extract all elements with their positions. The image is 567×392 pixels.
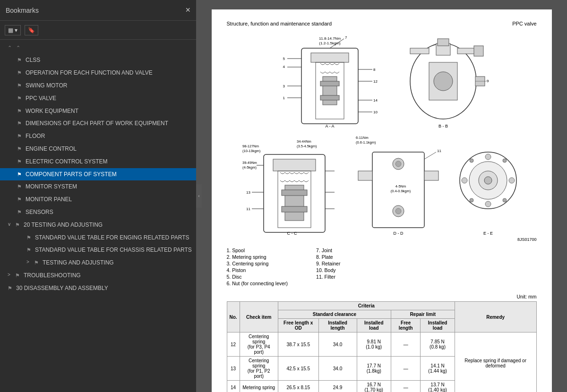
grid-icon: ▦: [8, 27, 13, 34]
svg-point-66: [395, 161, 401, 167]
bookmark-flag-icon: ⚑: [17, 120, 23, 127]
svg-text:(3.5-4.5kgm): (3.5-4.5kgm): [297, 144, 317, 148]
diagram-dd: 6-11Nm (0.6-1.1kgm): [353, 133, 443, 238]
bookmark-item-floor[interactable]: ⚑ FLOOR: [0, 130, 196, 143]
bottom-diagrams-row: 98-127Nm (10-13kgm) 34-44Nm (3.5-4.5kgm): [240, 133, 524, 238]
bookmark-item-sensors[interactable]: ⚑ SENSORS: [0, 206, 196, 219]
bookmark-label-electric-control: ELECTRIC CONTROL SYSTEM: [26, 158, 192, 166]
sidebar: Bookmarks × ▦ ▾ 🔖 ⌃ ⌃ ⚑ CLSS ⚑: [0, 0, 196, 392]
bookmark-label-ppc-valve: PPC VALVE: [26, 94, 192, 102]
svg-text:10: 10: [373, 110, 378, 114]
bookmark-item-ppc-valve[interactable]: ⚑ PPC VALVE: [0, 92, 196, 105]
svg-rect-48: [282, 206, 307, 212]
bookmark-label-20-testing: 20 TESTING AND ADJUSTING: [24, 221, 192, 229]
cell-no-13: 13: [227, 357, 240, 381]
header-left: Structure, function and maintenance stan…: [227, 21, 332, 26]
diagram-cc: 98-127Nm (10-13kgm) 34-44Nm (3.5-4.5kgm): [240, 133, 344, 238]
bookmark-flag-icon: ⚑: [17, 145, 23, 153]
bookmark-flag-icon: ⚑: [17, 95, 23, 102]
bookmark-item-operation-valve[interactable]: ⚑ OPERATION FOR EACH FUNCTION AND VALVE: [0, 67, 196, 79]
expand-arrow-right-icon2: >: [8, 272, 13, 278]
sidebar-title: Bookmarks: [6, 7, 39, 14]
bookmark-item-clss[interactable]: ⚑ CLSS: [0, 54, 196, 67]
diagram-bb: 9 B - B: [396, 34, 490, 129]
bookmark-item-work-equipment[interactable]: ⚑ WORK EQUIPMENT: [0, 105, 196, 118]
bookmark-flag-icon: ⚑: [34, 259, 40, 266]
svg-point-77: [484, 177, 492, 184]
view-options-button[interactable]: ▦ ▾: [5, 25, 21, 35]
legend-item-3: 3. Centering spring: [227, 261, 288, 266]
bookmark-item-dimensions[interactable]: ⚑ DIMENSIONS OF EACH PART OF WORK EQUIPM…: [0, 117, 196, 130]
svg-text:4-5Nm: 4-5Nm: [395, 184, 406, 188]
bookmark-flag-icon: ⚑: [17, 196, 23, 203]
cell-rep-ins-14: 13.7 N(1.40 kg): [421, 381, 455, 392]
sidebar-close-button[interactable]: ×: [185, 5, 190, 15]
data-table: No. Check item Criteria Remedy Standard …: [227, 301, 537, 392]
col-repair-free: Free length: [391, 319, 420, 332]
cell-free-12: 38.7 x 15.5: [278, 332, 318, 357]
bookmark-item-monitor-panel[interactable]: ⚑ MONITOR PANEL: [0, 193, 196, 206]
bookmark-flag-icon: ⚑: [17, 82, 23, 89]
chevron-left-icon: ‹: [198, 194, 200, 198]
bookmark-label-dimensions: DIMENSIONS OF EACH PART OF WORK EQUIPMEN…: [26, 119, 192, 128]
scroll-up-indicator: ⌃ ⌃: [0, 42, 196, 54]
cell-ins-load-12: 9.81 N(1.0 kg): [357, 332, 391, 357]
col-repair-limit: Repair limit: [391, 310, 455, 319]
bookmark-flag-icon: ⚑: [15, 272, 21, 279]
bookmark-item-electric-control[interactable]: ⚑ ELECTRIC CONTROL SYSTEM: [0, 155, 196, 168]
bookmark-item-standard-enging[interactable]: ⚑ STANDARD VALUE TABLE FOR ENGING RELATE…: [0, 231, 196, 244]
svg-text:98-127Nm: 98-127Nm: [242, 144, 259, 148]
svg-text:39-49Nm: 39-49Nm: [242, 161, 257, 165]
diagram-ref: 8JS01700: [227, 237, 537, 242]
bookmark-flag-icon: ⚑: [17, 133, 23, 140]
cell-free-13: 42.5 x 15.5: [278, 357, 318, 381]
bookmark-label-floor: FLOOR: [26, 132, 192, 140]
bookmark-item-testing-adjusting[interactable]: > ⚑ TESTING AND ADJUSTING: [0, 256, 196, 269]
cell-no-12: 12: [227, 332, 240, 357]
svg-rect-29: [438, 39, 449, 46]
svg-text:(10-13kgm): (10-13kgm): [242, 149, 261, 153]
bookmark-item-swing-motor[interactable]: ⚑ SWING MOTOR: [0, 79, 196, 92]
col-remedy: Remedy: [455, 302, 536, 332]
bookmark-label-standard-enging: STANDARD VALUE TABLE FOR ENGING RELATED …: [35, 234, 192, 242]
expand-arrow-right-icon: >: [26, 259, 32, 265]
bookmark-list: ⌃ ⌃ ⚑ CLSS ⚑ OPERATION FOR EACH FUNCTION…: [0, 40, 196, 392]
header-right: PPC valve: [512, 21, 536, 26]
cell-ins-load-14: 16.7 N(1.70 kg): [357, 381, 391, 392]
bookmark-item-troubleshooting[interactable]: > ⚑ TROUBLESHOOTING: [0, 269, 196, 282]
diagram-aa-svg: 11.8-14.7Nm (1.2-1.5kgm): [273, 34, 387, 128]
bookmark-item-component-parts[interactable]: ⚑ COMPONENT PARTS OF SYSTEM: [0, 168, 196, 181]
bookmark-label-monitor-panel: MONITOR PANEL: [26, 196, 192, 204]
cell-ins-len-14: 24.9: [318, 381, 357, 392]
sidebar-toolbar: ▦ ▾ 🔖: [0, 21, 196, 40]
bookmark-item-monitor-system[interactable]: ⚑ MONITOR SYSTEM: [0, 180, 196, 193]
cell-rep-free-14: —: [391, 381, 420, 392]
legend-item-2: 2. Metering spring: [227, 254, 288, 260]
bookmark-item-disassembly[interactable]: ⚑ 30 DISASSEMBLY AND ASSEMBLY: [0, 282, 196, 295]
cell-item-13: Centering spring(for P1, P2 port): [240, 357, 278, 381]
diagram-ee-svg: E - E: [453, 133, 524, 237]
bookmark-label-engine-control: ENGINE CONTROL: [26, 145, 192, 153]
svg-rect-44: [273, 159, 316, 171]
table-row: 12 Centering spring(for P3, P4 port) 38.…: [227, 332, 536, 357]
bookmark-button[interactable]: 🔖: [25, 25, 38, 35]
col-no: No.: [227, 302, 240, 332]
collapse-sidebar-button[interactable]: ‹: [196, 184, 202, 208]
bookmark-item-20-testing[interactable]: ∨ ⚑ 20 TESTING AND ADJUSTING: [0, 219, 196, 231]
svg-rect-32: [410, 48, 429, 54]
svg-text:4: 4: [283, 65, 285, 69]
svg-text:6-11Nm: 6-11Nm: [356, 136, 369, 140]
svg-text:E - E: E - E: [483, 231, 492, 236]
bookmark-item-engine-control[interactable]: ⚑ ENGINE CONTROL: [0, 143, 196, 155]
svg-rect-5: [323, 77, 337, 105]
sidebar-panel: Bookmarks × ▦ ▾ 🔖 ⌃ ⌃ ⚑ CLSS ⚑: [0, 0, 196, 392]
bookmark-flag-icon: ⚑: [8, 285, 13, 292]
legend-col1: 1. Spool 2. Metering spring 3. Centering…: [227, 247, 288, 286]
svg-text:7: 7: [345, 35, 347, 40]
svg-text:(4-5kgm): (4-5kgm): [242, 165, 257, 170]
legend-col2: 7. Joint 8. Plate 9. Retainer 10. Body 1…: [316, 247, 340, 286]
svg-text:34-44Nm: 34-44Nm: [297, 139, 311, 144]
bookmark-label-swing-motor: SWING MOTOR: [26, 82, 192, 90]
svg-rect-6: [320, 81, 339, 86]
bookmark-item-standard-chassis[interactable]: ⚑ STANDARD VALUE TABLE FOR CHASSIS RELAT…: [0, 244, 196, 256]
